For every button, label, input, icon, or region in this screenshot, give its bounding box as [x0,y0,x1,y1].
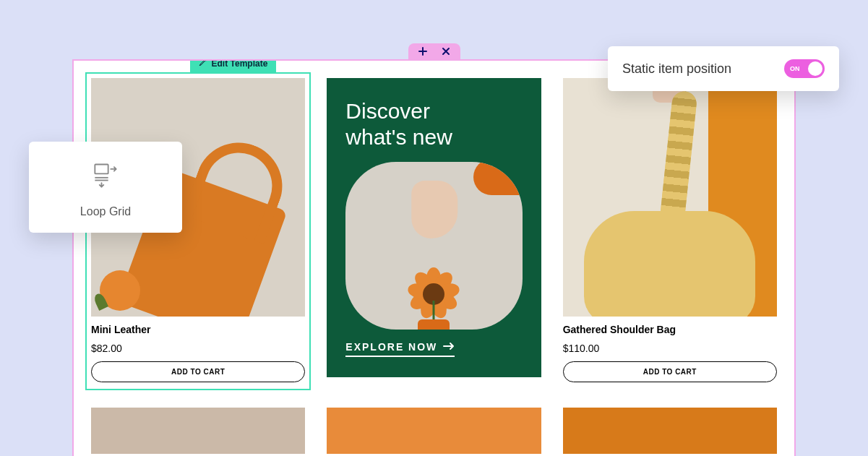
product-card[interactable] [563,408,777,454]
widget-loop-grid[interactable]: Loop Grid [29,142,182,233]
setting-label: Static item position [622,61,731,77]
toggle-knob [808,61,822,76]
product-card[interactable]: Gathered Shoulder Bag $110.00 ADD TO CAR… [563,78,777,384]
toggle-static-item-position[interactable]: ON [784,59,825,78]
toggle-state-label: ON [790,65,800,72]
product-image [563,78,777,317]
product-card[interactable] [91,408,305,454]
promo-image [345,162,522,330]
add-to-cart-button[interactable]: ADD TO CART [563,361,777,382]
promo-cta-label: EXPLORE NOW [345,341,437,353]
explore-now-link[interactable]: EXPLORE NOW [345,341,455,357]
promo-headline: Discover what's new [345,98,522,150]
product-title: Gathered Shoulder Bag [563,324,777,335]
close-icon[interactable] [442,47,450,56]
add-to-cart-button[interactable]: ADD TO CART [91,361,305,382]
plus-icon[interactable] [418,47,427,56]
setting-static-item-position: Static item position ON [608,46,839,91]
product-price: $110.00 [563,343,777,354]
widget-label: Loop Grid [80,205,131,218]
arrow-right-icon [443,341,455,353]
edit-template-badge[interactable]: Edit Template [190,59,277,72]
promo-card: Discover what's new [327,78,541,377]
loop-grid-icon [90,160,121,195]
edit-template-label: Edit Template [212,59,268,69]
product-price: $82.00 [91,343,305,354]
product-title: Mini Leather [91,324,305,335]
product-card[interactable] [327,408,541,454]
svg-rect-0 [95,165,108,174]
editor-canvas: Edit Template Mini Leather $82.00 ADD TO… [72,59,796,456]
pencil-icon [199,59,207,69]
section-handle[interactable] [408,43,460,59]
